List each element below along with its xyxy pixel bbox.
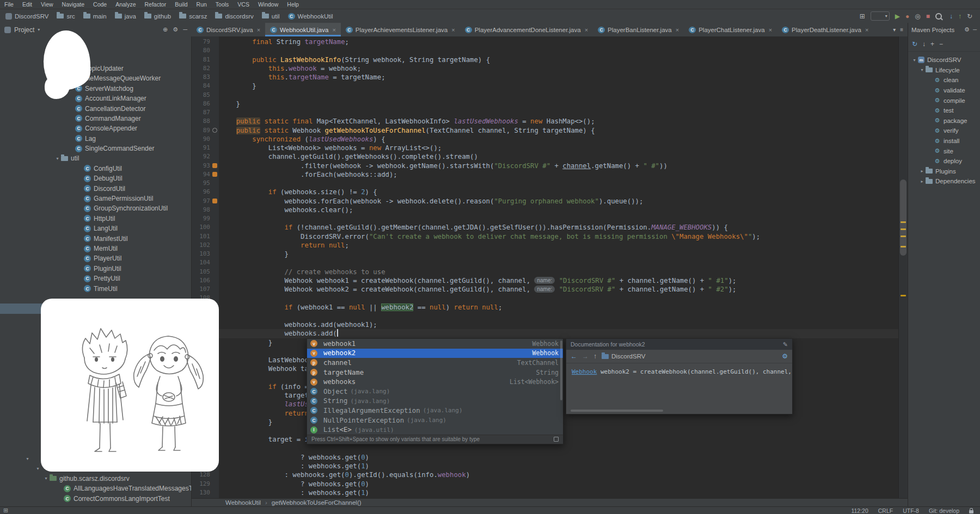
code-line-89[interactable]: 89 public static Webhook getWebhookToUse… [192, 126, 898, 135]
tab-discordsrv-java[interactable]: CDiscordSRV.java× [192, 23, 265, 36]
menu-item-navigate[interactable]: Navigate [58, 1, 89, 8]
close-icon[interactable]: × [451, 27, 455, 33]
completion-item-webhook1[interactable]: vwebhook1Webhook [307, 339, 563, 349]
gutter-line-90[interactable]: 90 [192, 135, 219, 144]
gutter-line-105[interactable]: 105 [192, 268, 219, 276]
menu-item-analyze[interactable]: Analyze [111, 1, 140, 8]
code-line-101[interactable]: 101 DiscordSRV.error("Can't create a web… [192, 232, 898, 241]
code-line-90[interactable]: 90 synchronized (lastUsedWebhooks) { [192, 135, 898, 144]
tree-item-pluginutil[interactable]: CPluginUtil [0, 264, 191, 274]
tree-item-singlecommandsender[interactable]: CSingleCommandSender [0, 144, 191, 153]
code-line-108[interactable]: 108 [192, 294, 898, 302]
tab-playeradvancementdonelistener-java[interactable]: CPlayerAdvancementDoneListener.java× [460, 23, 593, 36]
code-line-82[interactable]: 82 this.webhook = webhook; [192, 64, 898, 73]
project-panel-header[interactable]: Project ▾ ⊕ ⚙ ─ [0, 23, 192, 36]
breadcrumb-github[interactable]: github [144, 13, 171, 20]
maven-item-site[interactable]: ⚙site [908, 146, 980, 156]
gutter-line-95[interactable]: 95 [192, 179, 219, 188]
lock-icon[interactable] [969, 510, 973, 513]
tree-item-discordutil[interactable]: CDiscordUtil [0, 183, 191, 193]
code-line-127[interactable]: 127 : webhooks.get(1) [192, 462, 898, 470]
gutter-line-89[interactable]: 89 [192, 126, 219, 135]
maven-settings-icon[interactable]: ⚙ [964, 26, 970, 33]
breadcrumb-webhookutil[interactable]: CWebhookUtil [288, 13, 333, 20]
maven-item-plugins[interactable]: ▸Plugins [908, 166, 980, 177]
coverage-icon[interactable]: ◎ [915, 13, 920, 20]
gutter-line-80[interactable]: 80 [192, 46, 219, 55]
code-line-80[interactable]: 80 [192, 46, 898, 55]
code-line-86[interactable]: 86 } [192, 100, 898, 108]
tree-item-blemessagequeueworker[interactable]: CbleMessageQueueWorker [0, 73, 191, 83]
gutter-line-130[interactable]: 130 [192, 488, 219, 497]
maven-panel-header[interactable]: Maven Projects ⚙ ─ [908, 23, 980, 36]
gutter-line-104[interactable]: 104 [192, 258, 219, 267]
back-icon[interactable]: ← [571, 352, 577, 360]
code-line-79[interactable]: 79 final String targetName; [192, 38, 898, 46]
maven-item-verify[interactable]: ⚙verify [908, 126, 980, 136]
tree-item-commandmanager[interactable]: CCommandManager [0, 114, 191, 123]
completion-item-targetname[interactable]: ptargetNameString [307, 368, 563, 377]
completion-item-channel[interactable]: pchannelTextChannel [307, 358, 563, 368]
gutter-line-84[interactable]: 84 [192, 82, 219, 90]
chevron-down-icon[interactable]: ▾ [34, 466, 41, 471]
code-line-106[interactable]: 106 Webhook webhook1 = createWebhook(cha… [192, 276, 898, 285]
forward-icon[interactable]: → [582, 352, 589, 360]
edit-source-icon[interactable]: ↑ [593, 352, 597, 360]
run-config-dropdown[interactable]: ▾ [871, 11, 890, 21]
gutter-warning-icon[interactable] [212, 199, 217, 203]
status-caret-position[interactable]: 112:20 [851, 507, 868, 514]
gutter-line-81[interactable]: 81 [192, 55, 219, 64]
code-line-109[interactable]: 109 if (webhook1 == null || webhook2 == … [192, 303, 898, 312]
gutter-line-86[interactable]: 86 [192, 100, 219, 108]
code-line-111[interactable]: 111 webhooks.add(webhook1); [192, 320, 898, 329]
code-line-98[interactable]: 98 webhooks.clear(); [192, 206, 898, 214]
code-line-103[interactable]: 103 } [192, 250, 898, 258]
maven-item-clean[interactable]: ⚙clean [908, 75, 980, 85]
tree-item-accountlinkmanager[interactable]: CAccountLinkManager [0, 94, 191, 103]
tab-playerchatlistener-java[interactable]: CPlayerChatListener.java× [684, 23, 777, 36]
tree-item-util[interactable]: ▾util [0, 153, 191, 163]
gutter-line-97[interactable]: 97 [192, 197, 219, 206]
editor-options-icon[interactable]: ≡ [900, 27, 903, 33]
chevron-down-icon[interactable]: ▾ [38, 27, 40, 32]
tab-playerachievementslistener-java[interactable]: CPlayerAchievementsListener.java× [341, 23, 460, 36]
completion-item-nullpointerexception[interactable]: CNullPointerException(java.lang) [307, 416, 563, 425]
menu-item-edit[interactable]: Edit [18, 1, 36, 8]
tree-item-gamepermissionutil[interactable]: CGamePermissionUtil [0, 194, 191, 203]
tree-item-correctcommonslangimporttest[interactable]: CCorrectCommonsLangImportTest [0, 494, 191, 504]
code-line-81[interactable]: 81 public LastWebhookInfo(String webhook… [192, 55, 898, 64]
completion-item-list[interactable]: IList<E>(java.util) [307, 425, 563, 435]
popup-scrollbar[interactable] [560, 340, 562, 400]
menu-item-vcs[interactable]: VCS [233, 1, 254, 8]
scrollbar-thumb[interactable] [900, 179, 906, 256]
window-layout-icon[interactable]: ⊞ [860, 13, 865, 20]
tree-item-httputil[interactable]: CHttpUtil [0, 214, 191, 224]
tree-item-memutil[interactable]: CMemUtil [0, 244, 191, 253]
breadcrumb-src[interactable]: src [57, 13, 75, 20]
popup-pin-icon[interactable] [554, 437, 559, 442]
maven-expand-icon[interactable]: + [930, 40, 934, 48]
tree-item-cancellationdetector[interactable]: CCancellationDetector [0, 103, 191, 113]
chevron-right-icon[interactable]: ▸ [918, 169, 926, 174]
gutter-line-106[interactable]: 106 [192, 276, 219, 285]
tree-item-langutil[interactable]: CLangUtil [0, 224, 191, 233]
menu-item-view[interactable]: View [36, 1, 58, 8]
tab-webhookutil-java[interactable]: CWebhookUtil.java× [265, 23, 341, 36]
stop-icon[interactable]: ■ [926, 13, 930, 20]
gutter-line-101[interactable]: 101 [192, 232, 219, 241]
gutter-line-103[interactable]: 103 [192, 250, 219, 258]
doc-hscrollbar[interactable] [566, 410, 792, 412]
tree-item-manifestutil[interactable]: CManifestUtil [0, 233, 191, 243]
maven-item-validate[interactable]: ⚙validate [908, 85, 980, 96]
maven-item-compile[interactable]: ⚙compile [908, 95, 980, 106]
breadcrumb-java[interactable]: java [115, 13, 136, 20]
maven-download-icon[interactable]: ↓ [922, 40, 926, 48]
code-line-107[interactable]: 107 Webhook webhook2 = createWebhook(cha… [192, 285, 898, 294]
tree-item-debugutil[interactable]: CDebugUtil [0, 174, 191, 183]
gutter-line-79[interactable]: 79 [192, 38, 219, 46]
completion-item-object[interactable]: CObject(java.lang) [307, 387, 563, 397]
chevron-down-icon[interactable]: ▾ [42, 476, 50, 481]
edit-icon[interactable]: ✎ [783, 341, 788, 348]
code-line-128[interactable]: 128 : webhooks.get(0).getId().equals(inf… [192, 470, 898, 479]
tree-item-serverwatchdog[interactable]: CServerWatchdog [0, 84, 191, 94]
